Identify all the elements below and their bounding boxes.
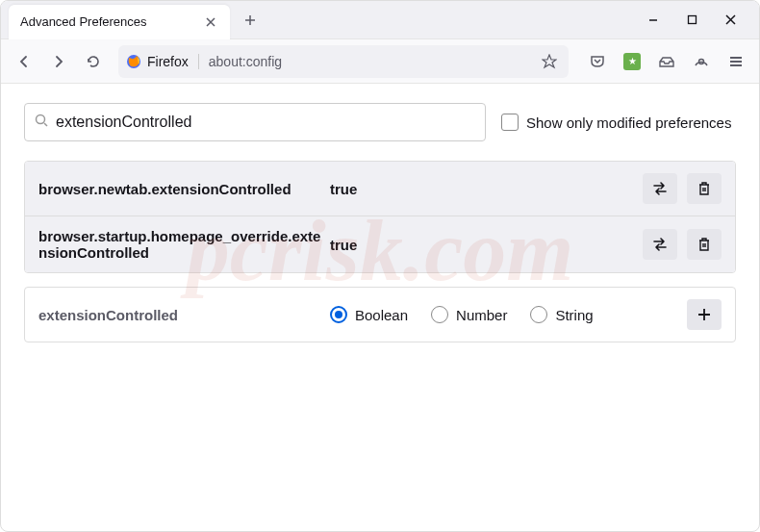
pref-row: browser.startup.homepage_override.extens… (25, 216, 735, 272)
window-controls (636, 6, 747, 35)
delete-button[interactable] (687, 229, 722, 260)
radio-number[interactable]: Number (431, 306, 507, 323)
minimize-button[interactable] (636, 6, 671, 35)
identity-box[interactable]: Firefox (126, 54, 199, 69)
pref-name: browser.newtab.extensionControlled (38, 181, 322, 197)
checkbox-icon (501, 114, 519, 131)
toolbar: Firefox ★ (1, 39, 759, 84)
pref-row: browser.newtab.extensionControlled true (25, 162, 735, 216)
pref-value: true (322, 181, 643, 197)
extension-icon[interactable]: ★ (617, 46, 647, 77)
reload-button[interactable] (78, 46, 109, 77)
add-button[interactable] (687, 299, 722, 330)
browser-tab[interactable]: Advanced Preferences (9, 5, 230, 39)
url-bar[interactable]: Firefox (118, 45, 569, 78)
radio-label: Boolean (355, 307, 408, 323)
svg-point-3 (37, 115, 45, 124)
close-window-button[interactable] (713, 6, 747, 35)
radio-icon (431, 306, 448, 323)
search-input[interactable] (56, 114, 475, 131)
new-pref-name: extensionControlled (38, 307, 322, 323)
radio-boolean[interactable]: Boolean (330, 306, 408, 323)
new-pref-row: extensionControlled Boolean Number Strin… (24, 287, 736, 342)
forward-button[interactable] (43, 46, 74, 77)
svg-rect-0 (688, 16, 696, 24)
menu-button[interactable] (721, 46, 751, 77)
search-box[interactable] (24, 103, 486, 141)
delete-button[interactable] (687, 173, 722, 204)
pref-value: true (322, 237, 643, 253)
url-input[interactable] (199, 54, 538, 69)
pocket-icon[interactable] (582, 46, 613, 77)
show-modified-checkbox[interactable]: Show only modified preferences (501, 114, 731, 131)
radio-icon (530, 306, 547, 323)
pref-name: browser.startup.homepage_override.extens… (38, 228, 322, 261)
close-icon[interactable] (203, 14, 218, 30)
identity-label: Firefox (147, 54, 189, 69)
radio-label: String (555, 307, 593, 323)
maximize-button[interactable] (674, 6, 709, 35)
inbox-icon[interactable] (651, 46, 682, 77)
content-area: Show only modified preferences browser.n… (1, 84, 759, 362)
new-tab-button[interactable] (236, 6, 265, 35)
toggle-button[interactable] (643, 173, 677, 204)
titlebar: Advanced Preferences (1, 1, 759, 39)
pref-table: browser.newtab.extensionControlled true … (24, 161, 736, 273)
type-radio-group: Boolean Number String (322, 306, 687, 323)
firefox-icon (126, 54, 141, 69)
tab-title: Advanced Preferences (20, 14, 195, 29)
radio-string[interactable]: String (530, 306, 593, 323)
search-icon (35, 114, 48, 131)
checkbox-label: Show only modified preferences (526, 114, 731, 131)
toggle-button[interactable] (643, 229, 677, 260)
profile-icon[interactable] (686, 46, 717, 77)
back-button[interactable] (9, 46, 39, 77)
radio-label: Number (456, 307, 507, 323)
bookmark-star-icon[interactable] (538, 50, 561, 73)
radio-icon (330, 306, 347, 323)
